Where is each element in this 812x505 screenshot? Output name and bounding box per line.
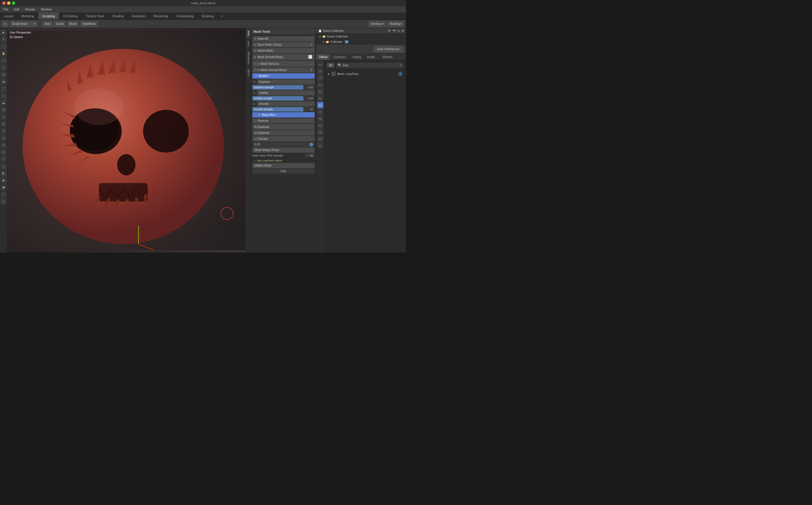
prefs-search-input[interactable] bbox=[343, 64, 399, 67]
panel-options-btn[interactable]: ⋯ bbox=[310, 30, 313, 33]
prefs-side-th[interactable]: Th bbox=[317, 68, 323, 74]
prefs-filter-btn[interactable]: All bbox=[327, 63, 334, 67]
solidify-btn[interactable]: Solidify ✓ bbox=[257, 90, 315, 96]
tab-sculpting[interactable]: Sculpting bbox=[38, 12, 59, 19]
tool-lasso-mask[interactable]: ⬟ bbox=[1, 184, 7, 190]
prefs-side-ad[interactable]: Ad bbox=[317, 102, 323, 108]
overlays-btn[interactable]: Overlays ▾ bbox=[368, 21, 386, 27]
addon-expand-arrow[interactable]: ▶ bbox=[328, 72, 330, 75]
sculpt-mode-dropdown[interactable]: Sculpt Mode ▾ bbox=[10, 21, 38, 27]
remove-btn[interactable]: ✕ Remove bbox=[252, 118, 315, 124]
menu-edit[interactable]: Edit bbox=[13, 7, 21, 12]
prefs-side-fil[interactable]: Fi bbox=[317, 143, 323, 149]
tool-select[interactable]: ▶ bbox=[1, 29, 7, 35]
hidemask-menu-btn[interactable]: Hide/Mask bbox=[80, 21, 98, 27]
tool-simplify[interactable]: △ bbox=[1, 163, 7, 169]
prefs-side-vi[interactable]: Vi bbox=[317, 75, 323, 81]
solidify-strength-value[interactable]: 0.20 bbox=[303, 96, 315, 101]
smooth-btn[interactable]: Smooth ✓ bbox=[257, 101, 315, 107]
prefs-side-int[interactable]: In bbox=[317, 61, 323, 67]
tool-blob[interactable]: ◉ bbox=[1, 78, 7, 85]
mask-smooth-sharp2-btn[interactable]: ⟳ ▶ Mask Smooth/Sharp : ⬇ bbox=[252, 67, 315, 73]
extrude-value[interactable]: 0.20 bbox=[255, 143, 260, 146]
tool-flatten[interactable]: — bbox=[1, 93, 7, 99]
tool-slide-relax[interactable]: ⇔ bbox=[1, 142, 7, 148]
filter-icon[interactable]: ⊟ bbox=[402, 29, 404, 32]
prefs-side-in2[interactable]: In bbox=[317, 109, 323, 115]
maximize-button[interactable] bbox=[12, 1, 15, 5]
separate-btn[interactable]: ⊟ Separate bbox=[252, 130, 315, 136]
collection-item[interactable]: ▶ 📁 Collection V bbox=[316, 39, 406, 44]
scene-collection-item[interactable]: ▶ 📁 Scene Collection bbox=[316, 34, 406, 39]
tool-crease[interactable]: ⌒ bbox=[1, 86, 7, 92]
prefs-side-ke[interactable]: Ke bbox=[317, 122, 323, 129]
tool-boundary[interactable]: ⊏ bbox=[1, 149, 7, 155]
tool-magnify[interactable]: ⊙ bbox=[1, 128, 7, 134]
tool-draw[interactable]: ✎ bbox=[1, 36, 7, 42]
sharp-thick-strength-value[interactable]: 50 bbox=[305, 153, 315, 158]
prefs-tab-testing[interactable]: Testing bbox=[349, 54, 364, 60]
prefs-side-an[interactable]: An bbox=[317, 95, 323, 102]
tool-snake[interactable]: ∿ bbox=[1, 57, 7, 64]
tab-shading[interactable]: Shading bbox=[108, 12, 128, 19]
tool-cloth[interactable]: ≈ bbox=[1, 156, 7, 162]
tab-compositing[interactable]: Compositing bbox=[172, 12, 197, 19]
close-button[interactable] bbox=[2, 1, 6, 5]
menu-window[interactable]: Window bbox=[40, 7, 53, 12]
outline-relax-btn[interactable]: Outline Relax bbox=[252, 163, 315, 168]
prefs-tab-install[interactable]: Install... bbox=[364, 54, 380, 60]
prefs-side-sa[interactable]: Sa bbox=[317, 136, 323, 142]
tab-scripting[interactable]: Scripting bbox=[197, 12, 218, 19]
prefs-side-sy[interactable]: Sy bbox=[317, 129, 323, 135]
addon-checkbox[interactable] bbox=[331, 72, 335, 76]
tab-rendering[interactable]: Rendering bbox=[150, 12, 172, 19]
open-all-btn[interactable]: ▶ Open All bbox=[252, 36, 315, 41]
menu-file[interactable]: File bbox=[2, 7, 10, 12]
menu-render[interactable]: Render bbox=[24, 7, 36, 12]
prefs-side-na[interactable]: Na bbox=[317, 116, 323, 122]
mode-icon-btn[interactable]: ⊙ bbox=[2, 21, 8, 27]
prefs-tab-refresh[interactable]: Refresh bbox=[380, 54, 396, 60]
camera-icon[interactable]: 📷 bbox=[392, 29, 396, 32]
prefs-side-lig[interactable]: Li bbox=[317, 82, 323, 88]
tab-texture-paint[interactable]: Texture Paint bbox=[82, 12, 108, 19]
mask-smooth-sharp-btn[interactable]: ▶ Mask Smooth/Sharp : ⬜ bbox=[252, 54, 315, 60]
tool-box-mask[interactable]: ▣ bbox=[1, 177, 7, 183]
vtab-retopology[interactable]: Retopology bbox=[246, 49, 251, 67]
save-preferences-btn[interactable]: Save Preferences bbox=[374, 46, 403, 52]
tool-rotate[interactable]: ↺ bbox=[1, 135, 7, 141]
view-menu-btn[interactable]: View bbox=[42, 21, 53, 27]
tool-polyline[interactable]: ⬠ bbox=[1, 198, 7, 205]
tool-grab[interactable]: ✋ bbox=[1, 50, 7, 57]
smooth-strength-value[interactable]: 10 bbox=[303, 107, 315, 112]
tab-uv-editing[interactable]: UV Editing bbox=[59, 12, 82, 19]
tool-inflate[interactable]: ⊕ bbox=[1, 71, 7, 78]
tab-modeling[interactable]: Modeling bbox=[17, 12, 38, 19]
tool-scrape[interactable]: ⊘ bbox=[1, 107, 7, 113]
eye-icon[interactable]: 👁 bbox=[388, 29, 391, 32]
extrude-btn[interactable]: ↩ Extrude bbox=[252, 136, 315, 142]
displace-strength-value[interactable]: 0.20 bbox=[303, 85, 315, 90]
tool-line-mask[interactable]: ╱ bbox=[1, 191, 7, 197]
save-vertex-group-btn[interactable]: ▶ Save Vertex Group : ⬇ bbox=[252, 42, 315, 47]
import-mask-btn[interactable]: ▶ Import Mask : bbox=[252, 48, 315, 53]
mask-fat-less-btn[interactable]: + ▶ Mask Fat/Less : — bbox=[252, 60, 315, 67]
render-icon[interactable]: ⊙ bbox=[398, 29, 400, 32]
tool-pinch[interactable]: ◈ bbox=[1, 121, 7, 127]
outline-relax-value-row[interactable]: 0.01 bbox=[252, 169, 315, 174]
tab-animation[interactable]: Animation bbox=[128, 12, 150, 19]
add-workspace-button[interactable]: + bbox=[218, 13, 226, 19]
window-buttons[interactable] bbox=[2, 1, 15, 5]
clear-search-btn[interactable]: ✕ bbox=[400, 64, 402, 67]
viewport[interactable]: User Perspective (0) Sphere bbox=[7, 28, 245, 252]
sculpt-menu-btn[interactable]: Sculpt bbox=[54, 21, 66, 27]
tool-multiplane[interactable]: ⬡ bbox=[1, 114, 7, 120]
tool-layer[interactable]: ≡ bbox=[1, 64, 7, 71]
prefs-tab-community[interactable]: Communi. bbox=[330, 54, 349, 60]
shading-btn[interactable]: Shading ▾ bbox=[387, 21, 404, 27]
tab-layout[interactable]: Layout bbox=[0, 12, 17, 19]
tool-smooth[interactable]: ○ bbox=[1, 43, 7, 49]
duplicate-btn[interactable]: ⧉ Duplicate bbox=[252, 124, 315, 130]
vtab-tools[interactable]: Tools bbox=[246, 38, 251, 49]
mask-sharp-thick-btn[interactable]: Mask Sharp (Thick) bbox=[252, 147, 315, 153]
